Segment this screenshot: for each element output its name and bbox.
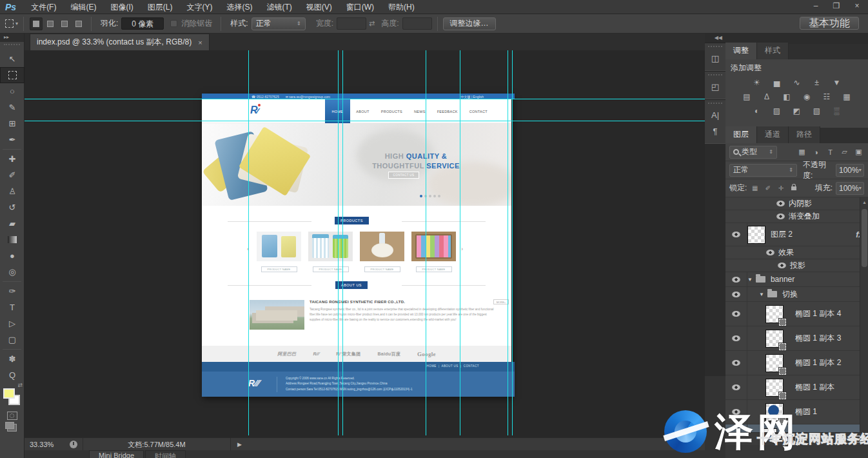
selection-mode-intersect[interactable] [72, 17, 85, 30]
tab-timeline[interactable]: 时间轴 [145, 450, 186, 458]
filter-type-layers-icon[interactable]: T [825, 148, 836, 156]
layer-group-banner[interactable]: ▼ banner [725, 272, 868, 287]
canvas-area[interactable]: ☎ 0512-82707625 ✉ sara.wu@rongweigroup.c… [25, 50, 705, 437]
brush-tool[interactable]: ✐ [0, 167, 25, 183]
guide-vertical[interactable] [508, 50, 508, 435]
layer-row-ellipse1-copy4[interactable]: 椭圆 1 副本 4 [725, 302, 868, 326]
selection-mode-add[interactable] [44, 17, 57, 30]
visibility-eye-icon[interactable] [732, 311, 740, 317]
layer-row-layer2[interactable]: 图层 2 fx [725, 223, 868, 246]
menu-edit[interactable]: 编辑(E) [63, 0, 103, 14]
toolbar-collapse-chevron[interactable]: ▸▸ [0, 34, 24, 42]
color-balance-icon[interactable]: Δ [760, 92, 773, 102]
posterize-icon[interactable]: ▨ [771, 106, 784, 116]
healing-brush-tool[interactable]: ✚ [0, 151, 25, 167]
filter-adjustment-layers-icon[interactable]: ◑ [811, 148, 822, 156]
paragraph-panel-icon[interactable]: ¶ [705, 123, 725, 139]
layer-row-ellipse1-copy[interactable]: 椭圆 1 副本 [725, 375, 868, 400]
quick-mask-button[interactable] [7, 412, 17, 420]
expand-panels-chevron[interactable]: ◀◀ [705, 34, 725, 43]
selective-color-icon[interactable]: ░ [831, 106, 843, 116]
layer-row-ellipse1[interactable]: 椭圆 1 [725, 400, 868, 424]
menu-select[interactable]: 选择(S) [219, 0, 259, 14]
quick-selection-tool[interactable]: ✎ [0, 99, 25, 115]
dodge-tool[interactable]: ◎ [0, 264, 25, 280]
menu-file[interactable]: 文件(F) [24, 0, 63, 14]
photo-filter-icon[interactable]: ◉ [800, 92, 813, 102]
visibility-eye-icon[interactable] [776, 214, 785, 219]
layer-filter-dropdown[interactable]: 类型 ⇕ [729, 146, 777, 159]
layer-thumbnail[interactable] [765, 379, 784, 397]
lock-position-icon[interactable]: ✛ [776, 184, 785, 192]
layers-scrollbar[interactable]: ▲ [860, 197, 868, 432]
menu-filter[interactable]: 滤镜(T) [259, 0, 299, 14]
swap-dimensions-icon[interactable]: ⇄ [369, 19, 375, 28]
height-input[interactable] [402, 17, 432, 30]
status-options-arrow[interactable]: ▶ [237, 441, 242, 448]
blend-mode-dropdown[interactable]: 正常⇕ [729, 164, 797, 177]
guide-vertical[interactable] [426, 50, 426, 435]
pen-tool[interactable]: ✑ [0, 283, 25, 299]
hue-saturation-icon[interactable]: ▤ [740, 92, 753, 102]
opacity-value[interactable]: 100%▾ [836, 164, 864, 177]
guide-horizontal[interactable] [25, 99, 705, 99]
hand-tool[interactable]: ✽ [0, 351, 25, 367]
tab-styles[interactable]: 样式 [757, 43, 789, 59]
eraser-tool[interactable]: ▰ [0, 215, 25, 232]
group-expand-triangle[interactable]: ▼ [747, 277, 753, 283]
delete-layer-icon[interactable] [854, 435, 860, 443]
swap-colors-icon[interactable]: ⇄ [17, 382, 23, 388]
zoom-tool[interactable]: Q [0, 367, 25, 383]
history-panel-icon[interactable]: ◫ [705, 50, 725, 66]
layer-effects-header[interactable]: 效果 [725, 246, 868, 259]
visibility-eye-icon[interactable] [766, 250, 774, 255]
screen-mode-button[interactable] [7, 424, 17, 432]
guide-vertical[interactable] [248, 50, 249, 435]
visibility-eye-icon[interactable] [732, 335, 740, 341]
guide-horizontal[interactable] [25, 121, 705, 121]
layer-thumbnail[interactable] [747, 226, 765, 244]
tab-channels[interactable]: 通道 [757, 126, 789, 143]
new-group-icon[interactable] [824, 436, 832, 442]
layer-row-contact-us-copy[interactable]: T contact us 副本 [725, 424, 868, 432]
selection-mode-new[interactable] [30, 17, 43, 30]
layer-thumbnail[interactable] [765, 305, 784, 323]
document-tab[interactable]: index.psd @ 33.3% (contact us 副本, RGB/8)… [30, 34, 210, 50]
color-lookup-icon[interactable]: ▦ [840, 92, 853, 102]
menu-layer[interactable]: 图层(L) [141, 0, 180, 14]
layer-row-ellipse1-copy3[interactable]: 椭圆 1 副本 3 [725, 326, 868, 351]
visibility-eye-icon[interactable] [776, 201, 785, 206]
menu-type[interactable]: 文字(Y) [179, 0, 219, 14]
lock-transparency-icon[interactable]: ▦ [750, 184, 760, 192]
adjustment-layer-icon[interactable]: ◑ [811, 435, 816, 443]
minimize-button[interactable]: – [809, 1, 823, 10]
history-brush-tool[interactable]: ↺ [0, 199, 25, 215]
vibrance-icon[interactable]: ▼ [831, 78, 843, 88]
visibility-eye-icon[interactable] [778, 263, 786, 268]
tab-adjustments[interactable]: 调整 [725, 43, 757, 59]
restore-button[interactable]: ❐ [829, 1, 843, 10]
visibility-eye-icon[interactable] [732, 232, 740, 237]
document-size-field[interactable]: 文档:5.77M/85.4M [83, 438, 231, 451]
threshold-icon[interactable]: ◩ [791, 106, 804, 116]
visibility-eye-icon[interactable] [732, 409, 740, 415]
selection-mode-subtract[interactable] [58, 17, 71, 30]
style-dropdown[interactable]: 正常⇕ [252, 17, 306, 30]
guide-vertical[interactable] [512, 50, 513, 435]
menu-view[interactable]: 视图(V) [299, 0, 339, 14]
visibility-eye-icon[interactable] [732, 292, 740, 297]
layer-effect-gradient-overlay[interactable]: 渐变叠加 [725, 210, 868, 223]
black-white-icon[interactable]: ◧ [780, 92, 793, 102]
layer-effect-inner-shadow[interactable]: 内阴影 [725, 197, 868, 210]
rectangular-marquee-tool[interactable] [0, 67, 25, 83]
document-tab-close-icon[interactable]: × [198, 39, 202, 46]
menu-window[interactable]: 窗口(W) [339, 0, 381, 14]
feather-input[interactable]: 0 像素 [121, 17, 164, 30]
blur-tool[interactable]: ● [0, 248, 25, 264]
character-panel-icon[interactable]: A| [705, 107, 725, 123]
layer-thumbnail[interactable] [765, 403, 784, 421]
menu-help[interactable]: 帮助(H) [381, 0, 422, 14]
layer-group-switcher[interactable]: ▼ 切换 [725, 287, 868, 302]
lock-all-icon[interactable] [791, 186, 796, 190]
tool-preset-picker[interactable]: ▾ [5, 19, 18, 28]
